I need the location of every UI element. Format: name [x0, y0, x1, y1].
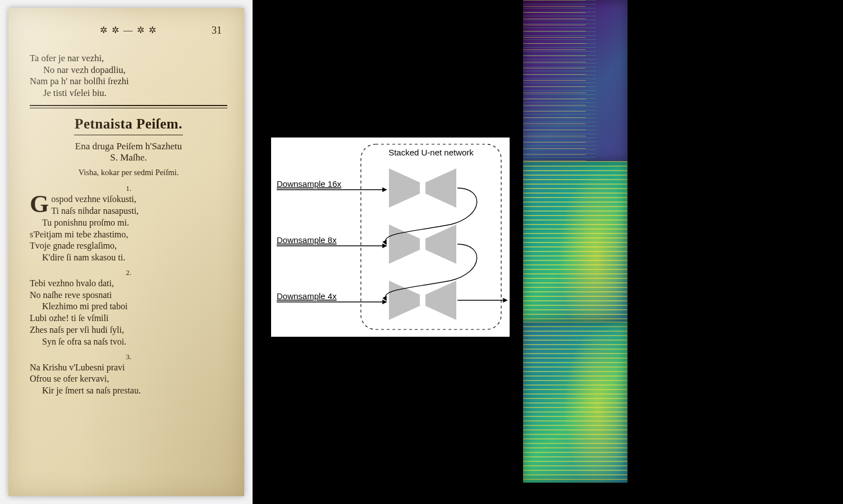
poem-subtitle: Ena druga Peiſem h'Sazhetu S. Maſhe.	[30, 141, 227, 164]
stanza-line: Klezhimo mi pred taboi	[42, 301, 227, 313]
unet-block	[389, 224, 456, 264]
pre-verse-line: Nam pa h' nar bolſhi ſrezhi	[30, 76, 227, 88]
stanza-line: Ti naſs nihdar nasapusti,	[30, 205, 227, 217]
title-underline	[74, 135, 183, 135]
stanza-line: No naſhe reve sposnati	[30, 290, 227, 301]
spectrogram-panel-3	[523, 322, 627, 483]
stanza-number: 1.	[30, 184, 227, 194]
pre-verse-line: No nar vezh dopadliu,	[43, 65, 227, 76]
svg-marker-3	[425, 224, 456, 264]
downsample-8-label: Downsample 8x	[277, 235, 337, 245]
divider	[30, 105, 227, 108]
stanza: 1.Gospod vezhne viſokusti,Ti naſs nihdar…	[30, 184, 227, 264]
book-page: ✲ ✲ — ✲ ✲ 31 Ta ofer je nar vezhi, No na…	[8, 8, 244, 496]
stanza: 2.Tebi vezhno hvalo dati,No naſhe reve s…	[30, 268, 227, 348]
stanza-line: Kir je ſmert sa naſs prestau.	[42, 385, 227, 397]
pre-verse-line: Je tisti vſelei biu.	[43, 88, 227, 99]
stanza-line: s'Peitjam mi tebe zhastimo,	[30, 229, 227, 241]
diagram-title: Stacked U-net network	[388, 148, 474, 157]
stanza-number: 3.	[30, 352, 227, 362]
subtitle-line: Ena druga Peiſem h'Sazhetu	[75, 141, 182, 152]
unet-block	[389, 281, 456, 320]
page-header: ✲ ✲ — ✲ ✲ 31	[30, 25, 227, 53]
spectrogram-column	[523, 0, 627, 483]
stanza-line: Na Krishu v'Lubesni pravi	[30, 362, 227, 374]
svg-marker-1	[425, 168, 456, 208]
page-number: 31	[212, 25, 222, 36]
spectrogram-panel-2	[523, 161, 627, 322]
poem-title-text: Petnaista Peiſem.	[75, 116, 182, 131]
unet-diagram: Stacked U-net network Downsample 16x Dow…	[271, 138, 510, 337]
book-container: ✲ ✲ — ✲ ✲ 31 Ta ofer je nar vezhi, No na…	[0, 0, 253, 504]
pre-verse-line: Ta ofer je nar vezhi,	[30, 53, 227, 65]
poem-note: Visha, kokar per sedmi Peiſmi.	[30, 168, 227, 177]
stanzas: 1.Gospod vezhne viſokusti,Ti naſs nihdar…	[30, 184, 227, 397]
subtitle-line: S. Maſhe.	[110, 152, 147, 163]
stanza: 3.Na Krishu v'Lubesni praviOfrou se ofer…	[30, 352, 227, 397]
stanza-line: Tu ponishnu proſmo mi.	[42, 217, 227, 229]
stanza-line: Tvoje gnade resglaſimo,	[30, 240, 227, 252]
stanza-line: K'dire ſi nam skasou ti.	[42, 252, 227, 264]
header-ornament: ✲ ✲ — ✲ ✲	[100, 25, 157, 35]
stanza-line: Gospod vezhne viſokusti,	[30, 194, 227, 205]
unet-block	[389, 168, 456, 208]
spectrogram-panel-1	[523, 0, 627, 161]
svg-marker-5	[425, 281, 456, 320]
stage: ✲ ✲ — ✲ ✲ 31 Ta ofer je nar vezhi, No na…	[0, 0, 843, 504]
stanza-line: Zhes naſs per vſi hudi ſyli,	[30, 324, 227, 336]
stanza-line: Lubi ozhe! ti ſe vſmili	[30, 313, 227, 324]
stanza-line: Syn ſe ofra sa naſs tvoi.	[42, 336, 227, 348]
poem-title: Petnaista Peiſem.	[30, 116, 227, 135]
stanza-line: Ofrou se ofer kervavi,	[30, 373, 227, 385]
stanza-line: Tebi vezhno hvalo dati,	[30, 278, 227, 290]
downsample-4-label: Downsample 4x	[277, 291, 337, 301]
svg-marker-0	[389, 168, 420, 208]
downsample-16-label: Downsample 16x	[277, 179, 342, 189]
stanza-number: 2.	[30, 268, 227, 278]
pre-verse: Ta ofer je nar vezhi, No nar vezh dopadl…	[30, 53, 227, 99]
